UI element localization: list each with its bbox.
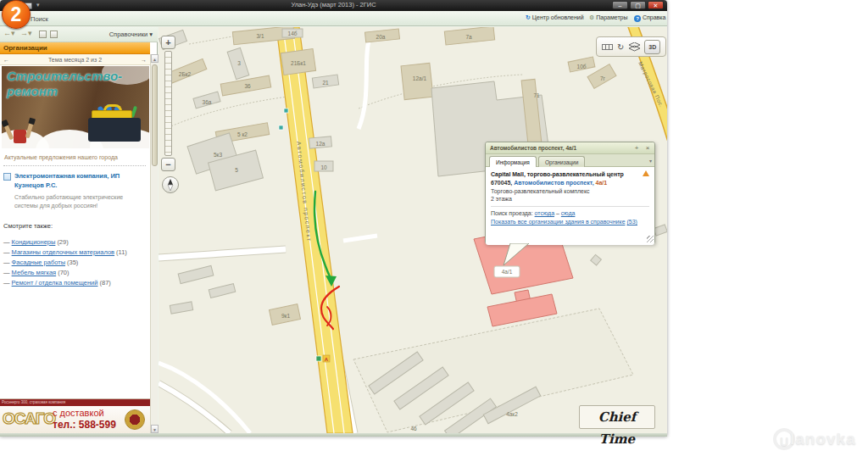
forward-button[interactable]: →▾ [20,29,32,37]
zoom-slider[interactable] [164,51,172,156]
update-icon: ↻ [526,14,531,20]
update-center-button[interactable]: ↻ Центр обновлений [526,14,584,21]
scroll-down-icon[interactable]: ▼ [151,425,159,433]
rubric-link[interactable]: Кондиционеры(29) [3,238,69,246]
zoom-in-button[interactable]: + [161,36,175,49]
tab-information[interactable]: Информация [489,156,537,168]
svg-text:3/1: 3/1 [256,33,264,39]
tab-organizations[interactable]: Организации [538,156,585,167]
popup-tabs: Информация Организации ▾ [486,154,654,167]
directories-dropdown[interactable]: Справочники ▾ [109,31,153,38]
main-toolbar: Поиск ↻ Центр обновлений ⚙ Параметры ? С… [0,11,667,26]
popup-body: Capital Mall, торгово-развлекательный це… [486,167,654,245]
tagline: Актуальные предложения нашего города [4,154,118,160]
ruler-icon[interactable] [602,44,613,50]
building-label: 4а/1 [502,269,513,275]
svg-text:12а/1: 12а/1 [413,75,427,81]
rotate-icon[interactable]: ↻ [617,42,624,52]
banner-title-line1: Строительство- [7,69,122,83]
svg-text:20а: 20а [376,34,386,40]
osago-ad[interactable]: Росэнерго 300, страховая компания ОСАГО … [0,398,150,433]
resize-grip[interactable] [647,236,654,242]
road-minor [343,236,377,241]
road-minor [159,383,230,433]
road-lane-line [292,27,344,433]
featured-organization-description: Стабильно работающие электрические систе… [14,193,143,210]
rubric-link[interactable]: Ремонт / отделка помещений(87) [3,279,111,287]
rubric-link[interactable]: Фасадные работы(35) [3,259,78,266]
svg-text:10б: 10б [577,64,587,70]
help-button[interactable]: ? Справка [634,14,665,22]
list-view-icon[interactable] [50,31,58,38]
close-icon[interactable]: × [643,144,652,153]
svg-text:3: 3 [237,60,241,66]
rubric-link[interactable]: Магазины отделочных материалов(11) [3,248,127,256]
route-to-link[interactable]: сюда [561,210,576,216]
organization-icon [3,173,11,181]
settings-button[interactable]: ⚙ Параметры [589,14,628,21]
svg-text:10: 10 [320,164,327,170]
divider [3,165,146,166]
svg-text:21Бк1: 21Бк1 [291,60,306,66]
chevron-down-icon[interactable]: ▾ [649,158,652,164]
toolbox-illustration [88,118,141,142]
featured-organization-link[interactable]: Электромонтажная компания, ИП Кузнецов Р… [14,172,147,191]
split-view-icon[interactable] [39,31,47,38]
chief-time-ad[interactable]: Chief Time [579,405,655,429]
ad-banner[interactable]: Строительство- ремонт [2,66,149,148]
window-titlebar[interactable]: Улан-Удэ (март 2013) - 2ГИС ▾ – ▢ ✕ [0,0,667,11]
close-button[interactable]: ✕ [648,1,664,9]
svg-text:12а: 12а [316,141,326,147]
sidebar: ←▾ →▾ Справочники ▾ Организации ← Тема м… [0,27,158,433]
compass-button[interactable] [162,176,179,193]
insurance-emblem-icon [125,409,145,430]
sidebar-toolbar: ←▾ →▾ Справочники ▾ [0,27,158,42]
svg-text:7г: 7г [600,75,606,81]
search-menu[interactable]: Поиск [31,15,48,23]
theme-next-button[interactable]: → [141,54,147,65]
osago-line1: с доставкой [53,408,104,418]
divider [491,206,649,207]
scroll-up-icon[interactable]: ▲ [151,54,159,63]
svg-text:5: 5 [235,167,238,173]
layers-icon[interactable] [629,42,640,52]
bus-stop-letter: А [325,357,329,362]
see-also-label: Смотрите также: [3,222,53,230]
building-info-popup: Автомобилистов проспект, 4а/1 + × Информ… [485,142,655,244]
popup-title[interactable]: Автомобилистов проспект, 4а/1 [486,142,654,154]
window-title: Улан-Удэ (март 2013) - 2ГИС [0,1,667,8]
zoom-out-button[interactable]: − [161,158,175,171]
svg-text:4ак2: 4ак2 [506,411,518,417]
2gis-logo[interactable]: 2 [2,0,31,29]
svg-text:46: 46 [410,426,417,431]
3d-mode-button[interactable]: 3D [644,40,660,54]
organization-name: Capital Mall, торгово-развлекательный це… [491,170,649,179]
paint-can-illustration [14,130,26,143]
maximize-button[interactable]: ▢ [630,1,646,9]
svg-text:5к3: 5к3 [214,152,222,158]
minimize-button[interactable]: – [612,1,628,9]
organization-address: 670045, Автомобилистов проспект, 4а/1 [491,179,649,187]
chevron-down-icon[interactable]: ▾ [36,2,40,8]
rubric-link[interactable]: Мебель мягкая(70) [3,269,70,276]
scrollbar-thumb[interactable] [152,64,158,166]
map-tools: ↻ 3D [596,36,666,57]
organizations-header[interactable]: Организации [0,42,150,54]
svg-text:36: 36 [244,83,251,89]
theme-nav: ← Тема месяца 2 из 2 → [0,54,150,65]
sidebar-scrollbar[interactable]: ▲ ▼ [150,54,158,433]
help-icon: ? [634,15,641,22]
svg-text:71: 71 [533,92,540,98]
route-from-link[interactable]: отсюда [535,210,554,216]
popup-callout-pointer [502,243,536,267]
svg-text:5 к2: 5 к2 [237,131,248,137]
road-minor [359,34,370,129]
show-all-organizations-link[interactable]: Показать все организации здания в справо… [491,219,626,225]
screenshot-stage: Улан-Удэ (март 2013) - 2ГИС ▾ – ▢ ✕ 2 По… [0,0,868,462]
organization-type: Торгово-развлекательный комплекс [491,187,649,196]
pin-icon[interactable]: + [632,144,641,153]
svg-text:9к1: 9к1 [281,313,290,319]
osago-ad-header: Росэнерго 300, страховая компания [0,399,150,406]
street-link[interactable]: Автомобилистов проспект, [514,180,593,186]
back-button[interactable]: ←▾ [3,29,15,37]
